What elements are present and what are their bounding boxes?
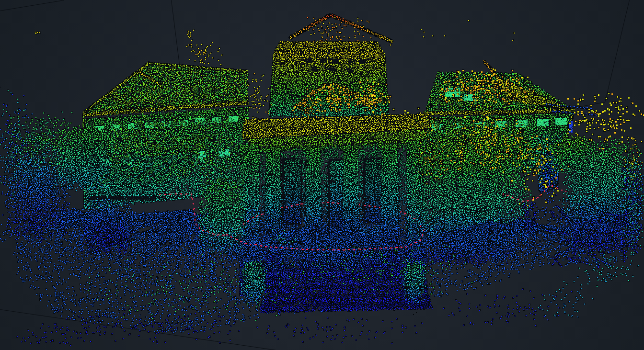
pointcloud-viewer <box>0 0 644 350</box>
pointcloud-viewport-canvas[interactable] <box>0 0 644 350</box>
